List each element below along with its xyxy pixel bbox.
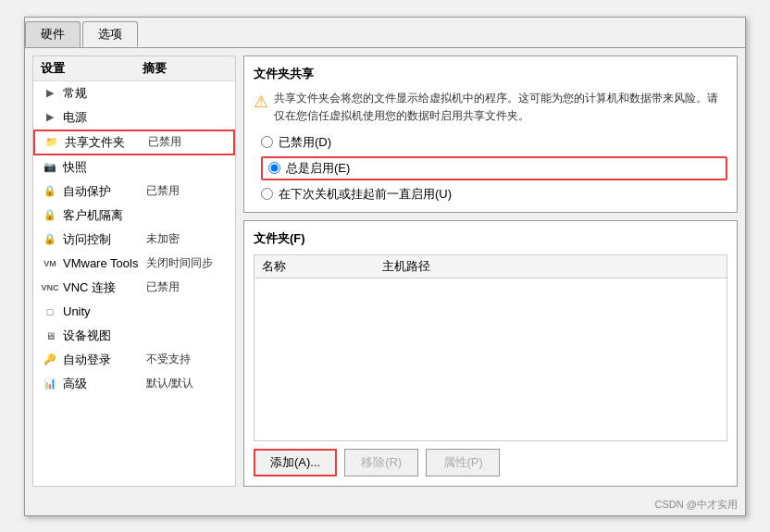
- footer: CSDN @中才实用: [25, 494, 745, 515]
- footer-text: CSDN @中才实用: [655, 499, 738, 510]
- sidebar-item-auto-login[interactable]: 🔑 自动登录 不受支持: [33, 348, 235, 372]
- button-row: 添加(A)... 移除(R) 属性(P): [254, 449, 727, 476]
- device-view-icon: 🖥: [41, 328, 59, 343]
- access-control-value: 未加密: [146, 231, 228, 247]
- auto-login-value: 不受支持: [146, 352, 228, 367]
- vnc-label: VNC 连接: [63, 279, 146, 296]
- dialog: 硬件 选项 设置 摘要 ▶ 常规 ▶ 电源 📁 共: [24, 17, 746, 516]
- unity-icon: □: [41, 304, 59, 319]
- unity-label: Unity: [63, 304, 146, 318]
- advanced-icon: 📊: [41, 377, 59, 391]
- tab-bar: 硬件 选项: [25, 18, 745, 48]
- shared-folders-icon: 📁: [43, 135, 61, 150]
- radio-until-poweroff[interactable]: 在下次关机或挂起前一直启用(U): [261, 186, 727, 203]
- properties-button[interactable]: 属性(P): [426, 449, 500, 476]
- vnc-value: 已禁用: [146, 279, 228, 295]
- radio-always-on-input[interactable]: [268, 162, 280, 174]
- auto-protect-label: 自动保护: [63, 183, 146, 200]
- general-icon: ▶: [41, 86, 59, 101]
- advanced-label: 高级: [63, 376, 146, 392]
- tab-hardware[interactable]: 硬件: [25, 21, 81, 47]
- guest-isolation-icon: 🔒: [41, 208, 59, 223]
- vmware-tools-value: 关闭时间同步: [146, 255, 228, 271]
- device-view-label: 设备视图: [63, 328, 146, 344]
- right-panel: 文件夹共享 ⚠ 共享文件夹会将您的文件显示给虚拟机中的程序。这可能为您的计算机和…: [243, 56, 738, 487]
- radio-until-poweroff-input[interactable]: [261, 188, 273, 200]
- warning-text: 共享文件夹会将您的文件显示给虚拟机中的程序。这可能为您的计算机和数据带来风险。请…: [274, 90, 727, 125]
- sidebar-item-vnc[interactable]: VNC VNC 连接 已禁用: [33, 276, 235, 300]
- radio-always-on[interactable]: 总是启用(E): [261, 156, 727, 180]
- col-summary-label: 摘要: [143, 60, 228, 77]
- auto-protect-value: 已禁用: [146, 183, 228, 199]
- col-setting-label: 设置: [41, 60, 143, 77]
- left-panel: 设置 摘要 ▶ 常规 ▶ 电源 📁 共享文件夹 已禁用: [32, 56, 236, 487]
- advanced-value: 默认/默认: [146, 376, 228, 391]
- sidebar-item-snapshot[interactable]: 📷 快照: [33, 155, 235, 179]
- sidebar-item-guest-isolation[interactable]: 🔒 客户机隔离: [33, 204, 235, 228]
- add-button[interactable]: 添加(A)...: [254, 449, 337, 476]
- folder-section: 文件夹(F) 名称 主机路径 添加(A)... 移除(R) 属性(P): [243, 220, 738, 487]
- folder-section-title: 文件夹(F): [254, 230, 727, 247]
- sidebar-item-device-view[interactable]: 🖥 设备视图: [33, 324, 235, 348]
- folder-table: 名称 主机路径: [254, 254, 727, 441]
- dialog-content: 设置 摘要 ▶ 常规 ▶ 电源 📁 共享文件夹 已禁用: [25, 48, 745, 494]
- radio-disabled-input[interactable]: [261, 136, 273, 148]
- auto-login-label: 自动登录: [63, 352, 146, 368]
- radio-until-poweroff-label: 在下次关机或挂起前一直启用(U): [279, 186, 452, 203]
- vmware-tools-label: VMware Tools: [63, 256, 146, 270]
- radio-disabled-label: 已禁用(D): [279, 134, 331, 151]
- warning-row: ⚠ 共享文件夹会将您的文件显示给虚拟机中的程序。这可能为您的计算机和数据带来风险…: [254, 90, 727, 125]
- shared-folders-label: 共享文件夹: [65, 134, 148, 151]
- warning-icon: ⚠: [254, 92, 268, 125]
- col-name-header: 名称: [262, 258, 382, 275]
- share-folder-title: 文件夹共享: [254, 66, 727, 82]
- sidebar-item-shared-folders[interactable]: 📁 共享文件夹 已禁用: [33, 130, 235, 155]
- tab-options[interactable]: 选项: [82, 21, 138, 47]
- access-control-icon: 🔒: [41, 232, 59, 247]
- auto-protect-icon: 🔒: [41, 184, 59, 199]
- power-icon: ▶: [41, 110, 59, 125]
- general-label: 常规: [63, 85, 146, 102]
- folder-table-body: [255, 278, 727, 371]
- col-path-header: 主机路径: [382, 258, 719, 275]
- vmware-tools-icon: VM: [41, 256, 59, 271]
- folder-table-header: 名称 主机路径: [255, 255, 727, 278]
- sidebar-item-auto-protect[interactable]: 🔒 自动保护 已禁用: [33, 179, 235, 204]
- vnc-icon: VNC: [41, 280, 59, 295]
- radio-disabled[interactable]: 已禁用(D): [261, 134, 727, 151]
- shared-folders-value: 已禁用: [148, 134, 226, 150]
- sidebar-item-advanced[interactable]: 📊 高级 默认/默认: [33, 372, 235, 396]
- sidebar-item-general[interactable]: ▶ 常规: [33, 81, 235, 105]
- sidebar-item-unity[interactable]: □ Unity: [33, 300, 235, 324]
- access-control-label: 访问控制: [63, 231, 146, 248]
- guest-isolation-label: 客户机隔离: [63, 207, 146, 224]
- snapshot-label: 快照: [63, 159, 146, 176]
- sidebar-item-vmware-tools[interactable]: VM VMware Tools 关闭时间同步: [33, 252, 235, 276]
- radio-always-on-label: 总是启用(E): [286, 160, 350, 177]
- auto-login-icon: 🔑: [41, 353, 59, 367]
- remove-button[interactable]: 移除(R): [344, 449, 418, 476]
- radio-group: 已禁用(D) 总是启用(E) 在下次关机或挂起前一直启用(U): [261, 134, 727, 203]
- power-label: 电源: [63, 109, 146, 126]
- sidebar-item-power[interactable]: ▶ 电源: [33, 105, 235, 130]
- setting-header: 设置 摘要: [33, 56, 235, 81]
- share-folder-section: 文件夹共享 ⚠ 共享文件夹会将您的文件显示给虚拟机中的程序。这可能为您的计算机和…: [243, 56, 738, 213]
- sidebar-item-access-control[interactable]: 🔒 访问控制 未加密: [33, 228, 235, 252]
- snapshot-icon: 📷: [41, 160, 59, 175]
